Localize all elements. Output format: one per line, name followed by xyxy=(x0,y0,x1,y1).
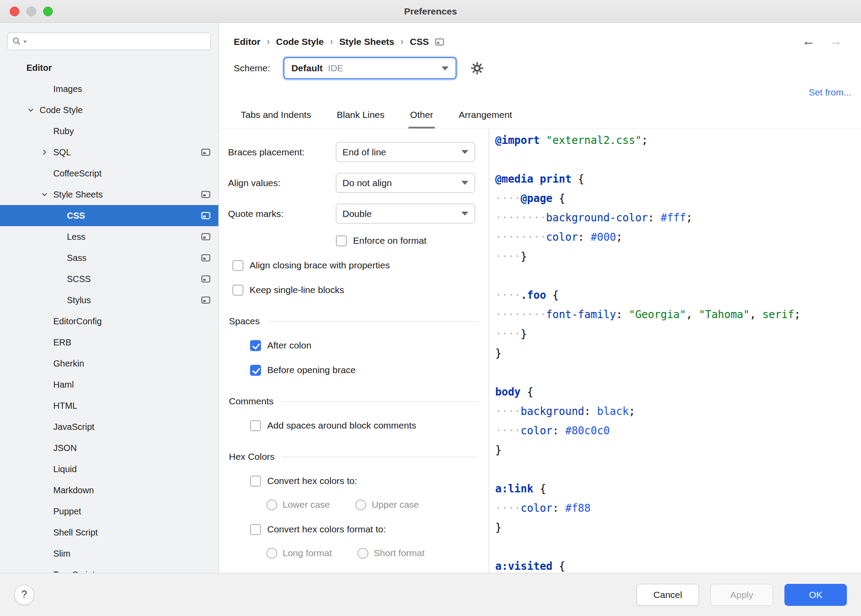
screen-badge-icon xyxy=(201,275,210,283)
align-values-select[interactable]: Do not align xyxy=(336,173,475,193)
checkbox-after-colon[interactable]: After colon xyxy=(250,339,489,352)
chevron-down-icon[interactable] xyxy=(26,106,35,114)
section-hex-colors: Hex Colors xyxy=(229,451,489,462)
sidebar-item-ruby[interactable]: Ruby xyxy=(0,121,218,142)
braces-placement-select[interactable]: End of line xyxy=(336,142,475,162)
code-line: } xyxy=(495,440,861,460)
settings-pane: Braces placement:End of lineAlign values… xyxy=(219,129,489,573)
sidebar-item-code-style[interactable]: Code Style xyxy=(0,99,218,121)
sidebar-item-label: Gherkin xyxy=(0,359,84,369)
select-value: Do not align xyxy=(342,178,392,188)
sidebar-item-javascript[interactable]: JavaScript xyxy=(0,416,218,437)
sidebar-item-slim[interactable]: Slim xyxy=(0,543,218,564)
scheme-select[interactable]: Default IDE xyxy=(283,57,456,79)
checkbox-box[interactable] xyxy=(232,260,243,271)
sidebar-item-html[interactable]: HTML xyxy=(0,395,218,416)
apply-button[interactable]: Apply xyxy=(710,584,773,606)
chevron-right-icon[interactable] xyxy=(40,148,49,157)
checkbox-label: Convert hex colors format to: xyxy=(267,524,386,535)
content-row: Braces placement:End of lineAlign values… xyxy=(219,128,861,573)
sidebar-item-sass[interactable]: Sass xyxy=(0,247,218,268)
checkbox-keep-single-line-blocks[interactable]: Keep single-line blocks xyxy=(232,284,489,296)
back-icon[interactable]: ← xyxy=(802,34,815,48)
tab-other[interactable]: Other xyxy=(408,110,435,128)
minimize-window-button[interactable] xyxy=(26,7,36,16)
screen-badge-icon xyxy=(201,149,210,156)
checkbox-box[interactable] xyxy=(250,476,261,487)
sidebar-item-less[interactable]: Less xyxy=(0,226,218,247)
chevron-down-icon[interactable] xyxy=(40,190,49,199)
code-preview-pane: @import "external2.css"; @media print {·… xyxy=(489,129,861,573)
help-button[interactable]: ? xyxy=(14,585,34,605)
radio-circle-icon[interactable] xyxy=(357,548,368,559)
ok-button[interactable]: OK xyxy=(784,584,847,606)
scheme-row: Scheme: Default IDE xyxy=(234,57,861,79)
sidebar-item-erb[interactable]: ERB xyxy=(0,332,218,353)
checkbox-box[interactable] xyxy=(250,524,261,535)
checkbox-add-spaces-around-block-comments[interactable]: Add spaces around block comments xyxy=(250,419,489,432)
checkbox-box[interactable] xyxy=(232,285,243,296)
radio-upper-case[interactable]: Upper case xyxy=(355,499,419,510)
search-box[interactable] xyxy=(7,33,211,50)
breadcrumb-css[interactable]: CSS xyxy=(410,37,429,47)
sidebar-item-images[interactable]: Images xyxy=(0,78,218,99)
radio-group: Long formatShort format xyxy=(266,547,489,559)
quote-marks-select[interactable]: Double xyxy=(336,204,475,224)
scheme-label: Scheme: xyxy=(234,63,270,73)
code-line xyxy=(495,266,861,286)
checkbox-enforce-on-format[interactable]: Enforce on format xyxy=(336,235,489,247)
setting-label: Braces placement: xyxy=(228,147,336,158)
checkbox-convert-hex-colors-to[interactable]: Convert hex colors to: xyxy=(250,475,489,487)
sidebar-item-sql[interactable]: SQL xyxy=(0,142,218,163)
search-history-caret-icon[interactable] xyxy=(23,40,27,44)
close-window-button[interactable] xyxy=(10,7,19,16)
sidebar-item-puppet[interactable]: Puppet xyxy=(0,501,218,522)
chevron-down-icon xyxy=(461,181,468,185)
sidebar-item-stylus[interactable]: Stylus xyxy=(0,290,218,311)
checkbox-box[interactable] xyxy=(336,235,347,246)
sidebar-item-markdown[interactable]: Markdown xyxy=(0,480,218,501)
set-from-link[interactable]: Set from... xyxy=(809,87,851,98)
checkbox-box[interactable] xyxy=(250,420,261,431)
sidebar-item-style-sheets[interactable]: Style Sheets xyxy=(0,184,218,205)
checkbox-box[interactable] xyxy=(250,365,261,376)
sidebar-item-typescript[interactable]: TypeScript xyxy=(0,564,218,573)
chevron-down-icon xyxy=(461,212,468,216)
radio-circle-icon[interactable] xyxy=(266,548,277,559)
radio-lower-case[interactable]: Lower case xyxy=(266,499,330,510)
sidebar-item-json[interactable]: JSON xyxy=(0,437,218,458)
sidebar-item-coffeescript[interactable]: CoffeeScript xyxy=(0,163,218,184)
sidebar-item-css[interactable]: CSS xyxy=(0,205,218,226)
sidebar-item-label: Less xyxy=(0,232,85,242)
checkbox-convert-hex-colors-format-to[interactable]: Convert hex colors format to: xyxy=(250,523,489,535)
sidebar-item-scss[interactable]: SCSS xyxy=(0,268,218,290)
tab-tabs-and-indents[interactable]: Tabs and Indents xyxy=(239,110,313,128)
search-icon xyxy=(12,37,22,46)
checkbox-box[interactable] xyxy=(250,340,261,351)
breadcrumb-code-style[interactable]: Code Style xyxy=(276,37,324,47)
radio-circle-icon[interactable] xyxy=(355,499,366,510)
radio-circle-icon[interactable] xyxy=(266,499,277,510)
select-value: Double xyxy=(342,209,372,219)
sidebar-item-editor[interactable]: Editor xyxy=(0,57,218,78)
search-input[interactable] xyxy=(29,37,206,46)
sidebar-item-editorconfig[interactable]: EditorConfig xyxy=(0,311,218,332)
zoom-window-button[interactable] xyxy=(43,7,53,16)
cancel-button[interactable]: Cancel xyxy=(637,584,699,606)
tab-arrangement[interactable]: Arrangement xyxy=(457,110,514,128)
body-row: EditorImagesCode StyleRubySQLCoffeeScrip… xyxy=(0,23,861,573)
gear-icon[interactable] xyxy=(471,62,484,75)
sidebar-item-liquid[interactable]: Liquid xyxy=(0,458,218,480)
radio-long-format[interactable]: Long format xyxy=(266,548,332,559)
sidebar-item-gherkin[interactable]: Gherkin xyxy=(0,353,218,374)
checkbox-before-opening-brace[interactable]: Before opening brace xyxy=(250,364,489,376)
tab-blank-lines[interactable]: Blank Lines xyxy=(335,110,386,128)
forward-icon[interactable]: → xyxy=(829,34,843,48)
breadcrumb-editor[interactable]: Editor xyxy=(234,37,261,47)
radio-short-format[interactable]: Short format xyxy=(357,548,425,559)
sidebar-item-shell-script[interactable]: Shell Script xyxy=(0,522,218,543)
radio-label: Long format xyxy=(283,548,332,558)
sidebar-item-haml[interactable]: Haml xyxy=(0,374,218,395)
checkbox-align-closing-brace-with-properties[interactable]: Align closing brace with properties xyxy=(232,259,489,271)
breadcrumb-style-sheets[interactable]: Style Sheets xyxy=(339,37,394,47)
